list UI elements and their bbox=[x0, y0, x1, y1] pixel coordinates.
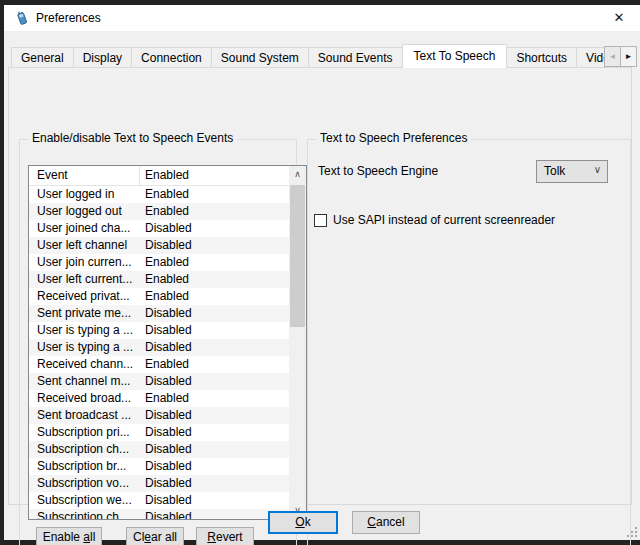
enabled-cell: Enabled bbox=[145, 203, 189, 220]
enabled-cell: Enabled bbox=[145, 390, 189, 407]
event-cell: User join curren... bbox=[37, 254, 132, 271]
group-tts-events-title: Enable/disable Text to Speech Events bbox=[28, 131, 237, 145]
event-cell: Sent channel m... bbox=[37, 373, 130, 390]
window-title: Preferences bbox=[36, 11, 101, 25]
table-row[interactable]: Sent broadcast ...Disabled bbox=[29, 407, 289, 424]
enabled-cell: Disabled bbox=[145, 322, 192, 339]
event-cell: Received chann... bbox=[37, 356, 133, 373]
table-row[interactable]: Subscription ch...Disabled bbox=[29, 509, 289, 520]
event-cell: Subscription ch... bbox=[37, 441, 129, 458]
listview-header[interactable]: Event Enabled bbox=[29, 166, 306, 186]
tab-sound-system[interactable]: Sound System bbox=[211, 47, 309, 68]
table-row[interactable]: User join curren...Enabled bbox=[29, 254, 289, 271]
event-cell: Subscription we... bbox=[37, 492, 132, 509]
event-cell: Received privat... bbox=[37, 288, 130, 305]
resize-grip[interactable] bbox=[625, 525, 638, 538]
event-cell: Subscription pri... bbox=[37, 424, 130, 441]
column-header-event[interactable]: Event bbox=[37, 168, 68, 182]
tab-bar: GeneralDisplayConnectionSound SystemSoun… bbox=[11, 44, 604, 68]
tab-video[interactable]: Video bbox=[576, 47, 604, 68]
tab-page: Enable/disable Text to Speech Events Eve… bbox=[8, 67, 632, 505]
revert-button[interactable]: Revert bbox=[196, 527, 254, 545]
table-row[interactable]: User is typing a ...Disabled bbox=[29, 322, 289, 339]
table-row[interactable]: Received privat...Enabled bbox=[29, 288, 289, 305]
clear-all-button[interactable]: Clear all bbox=[126, 527, 184, 545]
enabled-cell: Disabled bbox=[145, 220, 192, 237]
events-listview[interactable]: Event Enabled User logged inEnabledUser … bbox=[28, 165, 307, 520]
table-row[interactable]: Sent channel m...Disabled bbox=[29, 373, 289, 390]
enabled-cell: Disabled bbox=[145, 407, 192, 424]
tab-display[interactable]: Display bbox=[73, 47, 132, 68]
table-row[interactable]: User left current...Enabled bbox=[29, 271, 289, 288]
enabled-cell: Enabled bbox=[145, 271, 189, 288]
tab-sound-events[interactable]: Sound Events bbox=[308, 47, 403, 68]
event-cell: Sent private me... bbox=[37, 305, 131, 322]
table-row[interactable]: User logged inEnabled bbox=[29, 186, 289, 203]
enabled-cell: Disabled bbox=[145, 373, 192, 390]
enabled-cell: Disabled bbox=[145, 339, 192, 356]
close-icon[interactable]: ✕ bbox=[604, 6, 634, 30]
tab-connection[interactable]: Connection bbox=[131, 47, 212, 68]
table-row[interactable]: User joined cha...Disabled bbox=[29, 220, 289, 237]
table-row[interactable]: User left channelDisabled bbox=[29, 237, 289, 254]
enabled-cell: Enabled bbox=[145, 186, 189, 203]
table-row[interactable]: Subscription we...Disabled bbox=[29, 492, 289, 509]
cancel-button[interactable]: Cancel bbox=[352, 511, 420, 534]
enabled-cell: Disabled bbox=[145, 424, 192, 441]
table-row[interactable]: Sent private me...Disabled bbox=[29, 305, 289, 322]
column-header-enabled[interactable]: Enabled bbox=[145, 168, 189, 182]
enabled-cell: Disabled bbox=[145, 492, 192, 509]
tts-engine-combobox[interactable]: Tolk ∨ bbox=[536, 160, 608, 183]
event-cell: Sent broadcast ... bbox=[37, 407, 131, 424]
enabled-cell: Enabled bbox=[145, 254, 189, 271]
group-tts-preferences: Text to Speech Preferences Text to Speec… bbox=[307, 139, 631, 545]
engine-label: Text to Speech Engine bbox=[318, 164, 438, 178]
event-cell: Received broad... bbox=[37, 390, 131, 407]
scroll-up-icon[interactable]: ∧ bbox=[289, 166, 306, 183]
table-row[interactable]: User logged outEnabled bbox=[29, 203, 289, 220]
enabled-cell: Disabled bbox=[145, 458, 192, 475]
tab-scroll-right-icon[interactable]: ► bbox=[620, 46, 637, 67]
tab-text-to-speech[interactable]: Text To Speech bbox=[402, 44, 508, 68]
chevron-down-icon: ∨ bbox=[594, 164, 601, 175]
app-icon bbox=[14, 10, 30, 26]
table-row[interactable]: Subscription vo...Disabled bbox=[29, 475, 289, 492]
event-cell: User is typing a ... bbox=[37, 322, 133, 339]
listview-scrollbar[interactable]: ∧ ∨ bbox=[289, 166, 306, 519]
group-tts-events: Enable/disable Text to Speech Events Eve… bbox=[19, 139, 297, 545]
tab-general[interactable]: General bbox=[11, 47, 74, 68]
tab-shortcuts[interactable]: Shortcuts bbox=[506, 47, 577, 68]
enabled-cell: Disabled bbox=[145, 475, 192, 492]
enabled-cell: Enabled bbox=[145, 356, 189, 373]
enable-all-button[interactable]: Enable all bbox=[36, 527, 102, 545]
group-tts-preferences-title: Text to Speech Preferences bbox=[316, 131, 471, 145]
ok-button[interactable]: Ok bbox=[268, 511, 338, 534]
event-cell: User left current... bbox=[37, 271, 132, 288]
preferences-dialog: Preferences ✕ GeneralDisplayConnectionSo… bbox=[4, 5, 640, 540]
enabled-cell: Disabled bbox=[145, 305, 192, 322]
table-row[interactable]: Received chann...Enabled bbox=[29, 356, 289, 373]
combobox-value: Tolk bbox=[544, 164, 565, 178]
column-separator bbox=[139, 166, 140, 186]
scrollbar-thumb[interactable] bbox=[290, 185, 305, 327]
tab-scroll-left-icon[interactable]: ◄ bbox=[604, 46, 621, 67]
event-cell: User logged out bbox=[37, 203, 122, 220]
sapi-checkbox-label: Use SAPI instead of current screenreader bbox=[333, 213, 555, 227]
event-cell: User logged in bbox=[37, 186, 114, 203]
enabled-cell: Enabled bbox=[145, 288, 189, 305]
table-row[interactable]: Subscription pri...Disabled bbox=[29, 424, 289, 441]
table-row[interactable]: Received broad...Enabled bbox=[29, 390, 289, 407]
event-cell: User is typing a ... bbox=[37, 339, 133, 356]
event-cell: User left channel bbox=[37, 237, 127, 254]
enabled-cell: Disabled bbox=[145, 441, 192, 458]
sapi-checkbox[interactable] bbox=[314, 214, 327, 227]
listview-rows: User logged inEnabledUser logged outEnab… bbox=[29, 186, 289, 520]
event-cell: User joined cha... bbox=[37, 220, 130, 237]
table-row[interactable]: Subscription ch...Disabled bbox=[29, 441, 289, 458]
event-cell: Subscription ch... bbox=[37, 509, 129, 520]
titlebar: Preferences ✕ bbox=[4, 5, 640, 31]
enabled-cell: Disabled bbox=[145, 237, 192, 254]
table-row[interactable]: User is typing a ...Disabled bbox=[29, 339, 289, 356]
enabled-cell: Disabled bbox=[145, 509, 192, 520]
table-row[interactable]: Subscription br...Disabled bbox=[29, 458, 289, 475]
